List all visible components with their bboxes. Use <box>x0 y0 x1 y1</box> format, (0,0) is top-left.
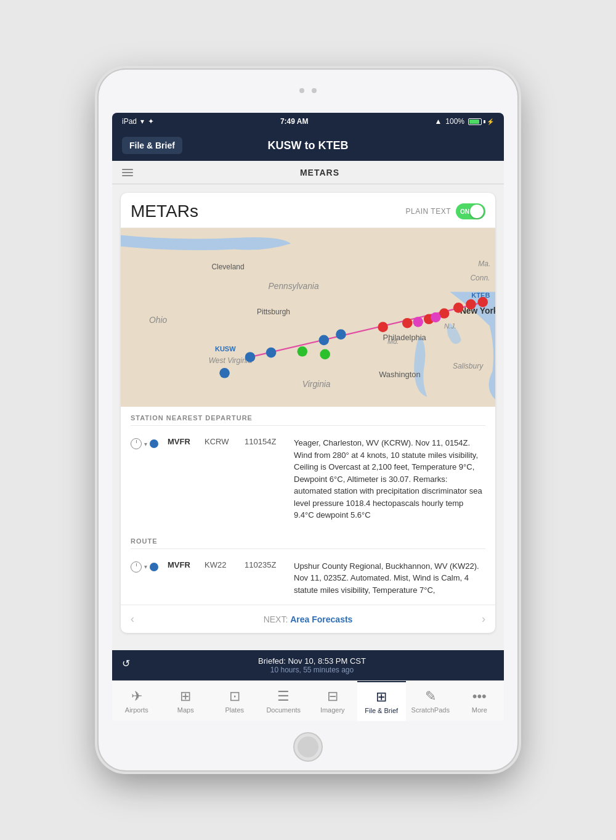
svg-text:KUSW: KUSW <box>215 345 236 353</box>
svg-text:N.J.: N.J. <box>444 322 456 330</box>
more-label: More <box>472 706 487 714</box>
station-row-kw22: ▾ MVFR KW22 110235Z Upshur County Region… <box>131 554 485 603</box>
maps-label: Maps <box>177 706 194 714</box>
battery-icon: ⚡ <box>468 118 494 125</box>
toggle-knob <box>470 205 484 218</box>
charging-icon: ⚡ <box>487 118 494 125</box>
status-bar-left: iPad ▾ ✦ <box>122 117 154 126</box>
svg-text:Salisbury: Salisbury <box>453 362 484 370</box>
battery-fill <box>469 120 479 124</box>
station-row-kcrw: ▾ MVFR KCRW 110154Z Yeager, Charleston, … <box>131 431 485 528</box>
camera-dot-left <box>299 88 304 93</box>
tab-maps[interactable]: ⊞ Maps <box>161 681 211 721</box>
tab-scratchpads[interactable]: ✎ ScratchPads <box>406 681 455 721</box>
tab-bar: ✈ Airports ⊞ Maps ⊡ Plates ☰ Documents ⊟… <box>112 680 504 721</box>
station-time-kcrw: 110154Z <box>245 437 288 446</box>
airports-icon: ✈ <box>131 688 142 704</box>
battery-tip <box>484 120 485 123</box>
screen: iPad ▾ ✦ 7:49 AM ▲ 100% ⚡ File & Brief <box>112 113 504 721</box>
card-title: METARs <box>131 202 198 221</box>
briefed-text: Briefed: Nov 10, 8:53 PM CST <box>122 656 494 666</box>
status-bar: iPad ▾ ✦ 7:49 AM ▲ 100% ⚡ <box>112 113 504 130</box>
hamburger-line-2 <box>122 172 133 173</box>
svg-point-31 <box>477 297 488 308</box>
station-desc-kcrw: Yeager, Charleston, WV (KCRW). Nov 11, 0… <box>294 437 485 521</box>
plain-text-toggle-group: PLAIN TEXT ON <box>406 203 485 219</box>
signal-icon: ✦ <box>148 117 154 126</box>
station-nearest-title: STATION NEAREST DEPARTURE <box>131 414 485 426</box>
station-nearest-section: STATION NEAREST DEPARTURE ▾ MVFR KCRW 11… <box>121 407 495 530</box>
main-content: METARs PLAIN TEXT ON <box>112 184 504 650</box>
svg-point-26 <box>402 318 413 328</box>
briefed-ago: 10 hours, 55 minutes ago <box>122 666 494 674</box>
svg-point-19 <box>245 352 256 362</box>
clock-icon[interactable] <box>131 438 142 449</box>
section-header: METARS <box>112 161 504 184</box>
mvfr-dot-2 <box>150 563 158 571</box>
station-time-kw22: 110235Z <box>245 560 288 569</box>
svg-point-18 <box>219 368 230 378</box>
tab-airports[interactable]: ✈ Airports <box>112 681 161 721</box>
home-button-inner <box>298 736 318 757</box>
documents-label: Documents <box>266 706 301 714</box>
chevron-down-icon[interactable]: ▾ <box>144 441 147 447</box>
svg-text:Conn.: Conn. <box>470 274 490 282</box>
more-icon: ••• <box>472 688 487 704</box>
station-route-title: ROUTE <box>131 537 485 549</box>
hamburger-line-3 <box>122 175 133 176</box>
ipad-top-bar <box>99 70 517 112</box>
imagery-icon: ⊟ <box>327 688 338 704</box>
svg-text:Ohio: Ohio <box>149 315 167 325</box>
home-button[interactable] <box>293 732 323 762</box>
next-nav: ‹ NEXT: Area Forecasts › <box>121 605 495 633</box>
next-nav-link[interactable]: Area Forecasts <box>290 614 352 624</box>
chevron-down-icon-2[interactable]: ▾ <box>144 563 147 570</box>
toggle-on-text: ON <box>460 208 469 215</box>
plain-text-label: PLAIN TEXT <box>406 207 451 216</box>
hamburger-menu[interactable] <box>122 169 133 176</box>
station-icons-kcrw: ▾ <box>131 437 161 449</box>
location-icon: ▲ <box>434 117 442 126</box>
metar-card: METARs PLAIN TEXT ON <box>121 193 495 633</box>
station-badge-kw22: MVFR <box>168 560 198 569</box>
svg-text:Washington: Washington <box>379 370 421 379</box>
map-svg: Ohio Pennsylvania West Virginia Virginia… <box>121 228 495 407</box>
clock-icon-2[interactable] <box>131 561 142 573</box>
refresh-icon[interactable]: ↺ <box>122 658 130 669</box>
tab-imagery[interactable]: ⊟ Imagery <box>308 681 357 721</box>
scratchpads-label: ScratchPads <box>411 706 450 714</box>
plain-text-toggle[interactable]: ON <box>456 203 485 219</box>
status-bar-right: ▲ 100% ⚡ <box>434 117 494 126</box>
battery-percent: 100% <box>445 117 464 126</box>
svg-text:Virginia: Virginia <box>302 379 331 389</box>
svg-point-23 <box>297 346 307 357</box>
station-id-kw22: KW22 <box>205 560 238 569</box>
station-icons-kw22: ▾ <box>131 560 161 573</box>
station-route-section: ROUTE ▾ MVFR KW22 110235Z Upshur County … <box>121 530 495 605</box>
back-button[interactable]: File & Brief <box>122 137 182 154</box>
prev-arrow[interactable]: ‹ <box>131 613 134 626</box>
map-container[interactable]: Ohio Pennsylvania West Virginia Virginia… <box>121 228 495 407</box>
svg-text:Ma.: Ma. <box>478 259 490 268</box>
hamburger-line-1 <box>122 169 133 170</box>
tab-more[interactable]: ••• More <box>455 681 505 721</box>
svg-text:Pittsburgh: Pittsburgh <box>257 308 290 316</box>
station-desc-kw22: Upshur County Regional, Buckhannon, WV (… <box>294 560 485 597</box>
svg-point-24 <box>320 349 330 360</box>
next-nav-text[interactable]: NEXT: Area Forecasts <box>264 614 353 624</box>
svg-point-20 <box>266 348 277 358</box>
tab-plates[interactable]: ⊡ Plates <box>210 681 259 721</box>
device-name: iPad <box>122 117 137 126</box>
station-id-kcrw: KCRW <box>205 437 238 446</box>
mvfr-dot <box>150 439 158 448</box>
imagery-label: Imagery <box>320 706 345 714</box>
svg-text:Philadelphia: Philadelphia <box>383 333 427 342</box>
info-bar: ↺ Briefed: Nov 10, 8:53 PM CST 10 hours,… <box>112 650 504 680</box>
svg-point-33 <box>431 312 441 323</box>
filebrief-label: File & Brief <box>365 707 398 714</box>
next-prefix: NEXT: <box>264 614 288 624</box>
next-arrow[interactable]: › <box>482 613 485 626</box>
tab-filebrief[interactable]: ⊞ File & Brief <box>357 681 407 721</box>
tab-documents[interactable]: ☰ Documents <box>259 681 309 721</box>
battery-body <box>468 118 482 125</box>
